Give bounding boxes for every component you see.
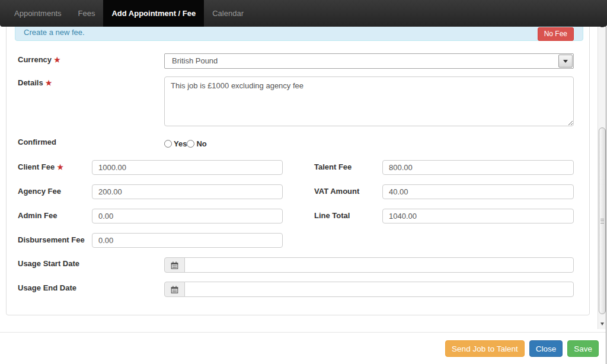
window-right-edge bbox=[606, 27, 606, 364]
scrollbar-grip-icon bbox=[600, 219, 604, 223]
talent-fee-input[interactable] bbox=[382, 160, 574, 175]
details-textarea[interactable]: This job is £1000 excluding agency fee bbox=[164, 76, 574, 126]
talent-fee-label: Talent Fee bbox=[314, 162, 352, 171]
usage-start-date-input[interactable] bbox=[184, 257, 574, 273]
vat-amount-input[interactable] bbox=[382, 184, 574, 199]
client-fee-input[interactable] bbox=[92, 160, 283, 175]
currency-selected-value: British Pound bbox=[172, 56, 218, 65]
send-job-to-talent-button[interactable]: Send Job to Talent bbox=[445, 340, 525, 357]
confirmed-label: Confirmed bbox=[18, 138, 56, 146]
usage-start-date-label: Usage Start Date bbox=[18, 259, 79, 268]
disbursement-fee-label: Disbursement Fee bbox=[18, 235, 85, 244]
dropdown-arrow-icon[interactable] bbox=[558, 55, 573, 68]
admin-fee-input[interactable] bbox=[92, 209, 283, 223]
tab-appointments[interactable]: Appointments bbox=[6, 0, 70, 27]
save-button[interactable]: Save bbox=[567, 340, 599, 357]
vertical-scrollbar[interactable] bbox=[598, 21, 606, 329]
tab-add-appointment-fee[interactable]: Add Appointment / Fee bbox=[103, 0, 204, 27]
line-total-label: Line Total bbox=[314, 211, 350, 220]
add-appointment-fee-modal: Create a new fee. No Fee Currency★ Briti… bbox=[0, 0, 607, 364]
line-total-input[interactable] bbox=[382, 209, 574, 223]
footer-button-bar: Send Job to Talent Close Save bbox=[445, 340, 599, 357]
client-fee-label: Client Fee★ bbox=[18, 162, 63, 171]
confirmed-no-label: No bbox=[196, 139, 206, 148]
currency-select[interactable]: British Pound bbox=[164, 53, 574, 69]
admin-fee-label: Admin Fee bbox=[18, 211, 57, 220]
usage-end-calendar-button[interactable] bbox=[164, 282, 185, 297]
confirmed-yes-label: Yes bbox=[174, 139, 187, 148]
banner-message: Create a new fee. bbox=[24, 28, 85, 37]
required-star-icon: ★ bbox=[57, 163, 63, 171]
footer-divider bbox=[0, 332, 606, 333]
calendar-icon bbox=[171, 261, 178, 269]
required-star-icon: ★ bbox=[54, 56, 60, 64]
details-label: Details★ bbox=[18, 78, 52, 87]
currency-label: Currency★ bbox=[18, 55, 60, 64]
confirmed-yes-radio[interactable] bbox=[164, 140, 172, 148]
vat-amount-label: VAT Amount bbox=[314, 187, 359, 196]
confirmed-radio-group: Yes No bbox=[164, 139, 207, 148]
tab-fees[interactable]: Fees bbox=[70, 0, 104, 27]
agency-fee-input[interactable] bbox=[92, 184, 283, 199]
confirmed-no-radio[interactable] bbox=[187, 140, 194, 148]
required-star-icon: ★ bbox=[46, 79, 52, 87]
top-navbar: Appointments Fees Add Appointment / Fee … bbox=[0, 0, 607, 27]
disbursement-fee-input[interactable] bbox=[92, 233, 283, 248]
scrollbar-thumb[interactable] bbox=[599, 127, 606, 314]
agency-fee-label: Agency Fee bbox=[18, 187, 61, 196]
usage-end-date-input[interactable] bbox=[184, 282, 574, 297]
tab-calendar[interactable]: Calendar bbox=[204, 0, 252, 27]
calendar-icon bbox=[171, 286, 178, 293]
usage-start-calendar-button[interactable] bbox=[164, 257, 185, 273]
usage-end-date-label: Usage End Date bbox=[18, 283, 76, 292]
close-button[interactable]: Close bbox=[529, 340, 563, 357]
no-fee-button[interactable]: No Fee bbox=[538, 27, 574, 41]
scroll-down-icon[interactable] bbox=[598, 320, 606, 328]
